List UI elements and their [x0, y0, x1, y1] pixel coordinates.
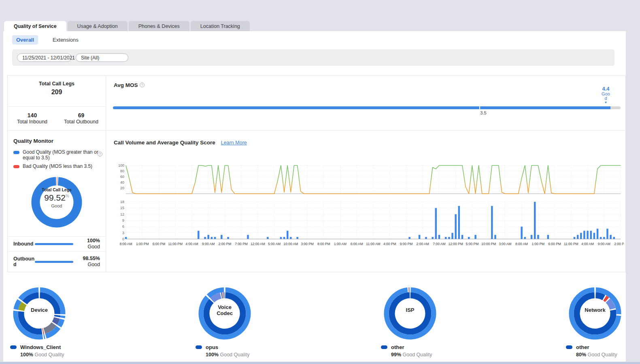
isp-donut-chart[interactable]	[380, 283, 440, 344]
svg-text:4:00 AM: 4:00 AM	[581, 242, 594, 246]
vertical-divider	[106, 76, 106, 273]
call-volume-bar-chart[interactable]: 8:00 AM1:00 PM6:00 PM11:00 PM4:00 AM9:00…	[119, 199, 624, 249]
device-legend-sub: Good Quality	[34, 352, 64, 358]
network-legend-pill-icon	[566, 345, 572, 349]
inbound-row-label: Inbound	[13, 241, 35, 247]
svg-text:7:00 AM: 7:00 AM	[433, 242, 445, 246]
filter-bar: 11/25/2021 - 12/01/2021 Site (All)	[12, 49, 614, 66]
svg-text:2:00 AM: 2:00 AM	[417, 242, 429, 246]
svg-text:2:00 PM: 2:00 PM	[219, 242, 232, 246]
svg-text:1:00 PM: 1:00 PM	[136, 242, 149, 246]
left-divider-3	[8, 251, 106, 252]
voice-codec-legend: opus 100% Good Quality	[196, 344, 249, 358]
svg-text:18: 18	[120, 200, 124, 204]
qos-main-panel: Total Call Legs 209 140 Total Inbound 69…	[7, 75, 626, 272]
voice-codec-legend-pct: 100%	[206, 352, 219, 358]
svg-text:11:00 AM: 11:00 AM	[366, 242, 380, 246]
svg-text:8:00 PM: 8:00 PM	[317, 242, 330, 246]
outbound-bar-good	[35, 261, 73, 263]
top-tab-bar: Quality of Service Usage & Adoption Phon…	[4, 21, 250, 31]
svg-text:3:00 PM: 3:00 PM	[301, 242, 314, 246]
horizontal-divider	[8, 130, 626, 131]
outbound-row-label: Outbound	[13, 256, 35, 268]
subtab-extensions[interactable]: Extensions	[49, 35, 83, 44]
quality-donut-center-sub: Good	[28, 203, 85, 208]
total-outbound-label: Total Outbound	[57, 119, 106, 125]
quality-donut-center: Total Call Legs 99.52% Good	[28, 187, 85, 208]
svg-text:5:00 PM: 5:00 PM	[466, 242, 479, 246]
avg-mos-title: Avg MOS	[114, 82, 138, 88]
inbound-quality-text: 100% Good	[73, 238, 100, 250]
tab-quality-of-service[interactable]: Quality of Service	[4, 21, 66, 31]
network-legend-pct: 80%	[576, 352, 586, 358]
network-donut-chart[interactable]	[565, 283, 625, 344]
avg-mos-help-icon[interactable]: ?	[140, 83, 145, 87]
avg-mos-value: 4.4	[601, 86, 611, 92]
avg-mos-gauge-track	[113, 106, 621, 109]
svg-text:5:00 AM: 5:00 AM	[268, 242, 281, 246]
device-donut-chart[interactable]	[9, 283, 70, 344]
tab-phones-devices[interactable]: Phones & Devices	[129, 21, 189, 31]
svg-text:8:00 AM: 8:00 AM	[515, 242, 528, 246]
bottom-edge-strip	[0, 362, 640, 364]
svg-text:40: 40	[120, 180, 124, 184]
legend-bad-quality: Bad Quality (MOS less than 3.5)	[13, 163, 100, 169]
svg-text:4:00 AM: 4:00 AM	[185, 242, 198, 246]
svg-text:9:00 PM: 9:00 PM	[400, 242, 413, 246]
quality-legend-help-icon[interactable]: ?	[98, 152, 102, 157]
network-legend-name: other	[576, 344, 589, 350]
isp-legend-pill-icon	[381, 345, 387, 349]
legend-good-quality: Good Quality (MOS greater than or equal …	[13, 149, 100, 161]
good-quality-pill-icon	[13, 151, 19, 154]
outbound-quality-text: 98.55% Good	[76, 256, 100, 268]
svg-text:12: 12	[120, 212, 124, 216]
inbound-quality-bar	[35, 243, 73, 245]
avg-mos-gauge-fill	[113, 106, 610, 109]
quality-donut-center-value: 99.52	[44, 193, 66, 202]
svg-text:11:00 PM: 11:00 PM	[168, 242, 183, 246]
outbound-sub: Good	[87, 262, 100, 267]
svg-text:4:00 PM: 4:00 PM	[383, 242, 396, 246]
network-legend-sub: Good Quality	[588, 352, 617, 358]
isp-donut-center-label: ISP	[394, 307, 426, 313]
inbound-pct: 100%	[87, 238, 100, 243]
svg-text:3: 3	[122, 231, 124, 235]
date-range-input[interactable]: 11/25/2021 - 12/01/2021	[17, 53, 72, 62]
marker-arrow-icon: ▼	[601, 101, 611, 104]
isp-legend-name: other	[391, 344, 404, 350]
learn-more-link[interactable]: Learn More	[221, 140, 247, 146]
tab-location-tracking[interactable]: Location Tracking	[191, 21, 250, 31]
svg-text:8:00 AM: 8:00 AM	[119, 242, 132, 246]
network-legend: other 80% Good Quality	[566, 344, 617, 358]
svg-text:6:00 PM: 6:00 PM	[548, 242, 561, 246]
svg-text:15: 15	[120, 206, 124, 210]
svg-text:3:00 AM: 3:00 AM	[499, 242, 511, 246]
bad-quality-pill-icon	[13, 165, 19, 168]
svg-text:11:00 PM: 11:00 PM	[564, 242, 578, 246]
device-legend: Windows_Client 100% Good Quality	[10, 344, 64, 358]
svg-text:6:00 PM: 6:00 PM	[153, 242, 166, 246]
site-filter-input[interactable]: Site (All)	[76, 53, 128, 62]
left-divider-1	[8, 106, 106, 107]
sub-tab-bar: Overall Extensions	[12, 35, 83, 44]
device-legend-pct: 100%	[20, 352, 33, 358]
quality-score-line-chart[interactable]: 20406080100	[119, 161, 624, 197]
inbound-bar-good	[35, 243, 73, 245]
quality-donut-center-unit: %	[66, 194, 69, 198]
total-inbound-label: Total Inbound	[8, 119, 57, 125]
svg-text:12:00 AM: 12:00 AM	[251, 242, 265, 246]
svg-text:9:00 AM: 9:00 AM	[598, 242, 610, 246]
subtab-overall[interactable]: Overall	[12, 35, 38, 44]
svg-text:12:00 PM: 12:00 PM	[448, 242, 463, 246]
network-donut-center-label: Network	[579, 307, 611, 313]
svg-text:2:00 PM: 2:00 PM	[614, 242, 624, 246]
svg-text:6:00 AM: 6:00 AM	[351, 242, 363, 246]
tab-usage-adoption[interactable]: Usage & Adoption	[68, 21, 128, 31]
svg-text:9: 9	[122, 218, 124, 222]
outbound-bar-bad	[73, 261, 73, 263]
svg-text:1:00 AM: 1:00 AM	[334, 242, 347, 246]
device-donut-center-label: Device	[23, 307, 55, 313]
total-inbound-value: 140	[8, 112, 57, 119]
outbound-pct: 98.55%	[83, 256, 100, 261]
voice-codec-legend-name: opus	[206, 344, 218, 350]
